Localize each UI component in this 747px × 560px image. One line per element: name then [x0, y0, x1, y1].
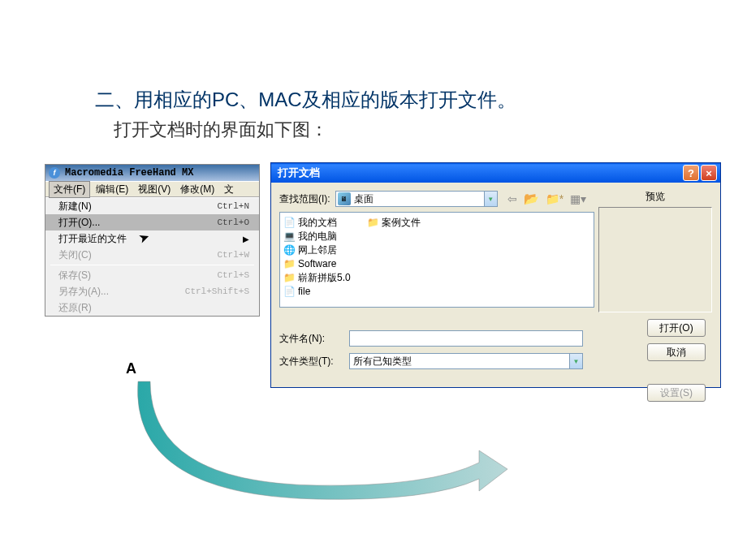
menu-shortcut: Ctrl+S	[217, 270, 249, 280]
list-item[interactable]: 📄file	[283, 285, 351, 298]
menu-item-save: 保存(S) Ctrl+S	[45, 267, 259, 283]
menu-shortcut: Ctrl+W	[217, 250, 249, 260]
menu-item-open[interactable]: 打开(O)... Ctrl+O	[45, 214, 259, 230]
filetype-select[interactable]: 所有已知类型 ▼	[349, 353, 583, 369]
menu-label: 打开(O)...	[58, 216, 100, 230]
file-list[interactable]: 📄我的文档 💻我的电脑 🌐网上邻居 📁Software 📁崭新拼版5.0 📄fi…	[279, 212, 594, 308]
arrow-a-to-b	[122, 373, 512, 511]
menu-file[interactable]: 文件(F)	[49, 181, 90, 198]
desktop-icon: 🖥	[338, 192, 351, 205]
folder-icon: 📁	[367, 217, 379, 229]
chevron-right-icon: ▶	[243, 235, 249, 243]
folder-icon: 📁	[283, 272, 296, 284]
separator	[50, 265, 254, 265]
network-icon: 🌐	[283, 244, 296, 256]
menu-text[interactable]: 文	[220, 182, 238, 197]
filename-label: 文件名(N):	[279, 332, 343, 346]
file-icon: 📄	[283, 286, 296, 298]
dialog-title: 打开文档	[278, 166, 320, 180]
menu-shortcut: Ctrl+O	[217, 218, 249, 227]
menu-label: 打开最近的文件	[58, 232, 127, 246]
app-title: Macromedia FreeHand MX	[65, 167, 193, 179]
close-button[interactable]: ×	[701, 165, 717, 181]
menubar: 文件(F) 编辑(E) 视图(V) 修改(M) 文	[45, 181, 259, 197]
settings-button: 设置(S)	[647, 384, 706, 402]
nav-toolbar: ⇦ 📂 📁* ▦▾	[507, 192, 586, 206]
list-item[interactable]: 📁崭新拼版5.0	[283, 271, 351, 284]
new-folder-icon[interactable]: 📁*	[546, 192, 563, 205]
menu-label: 还原(R)	[58, 301, 92, 315]
chevron-down-icon[interactable]: ▼	[569, 354, 582, 368]
folder-icon: 📁	[283, 258, 296, 270]
menu-shortcut: Ctrl+Shift+S	[185, 286, 249, 296]
slide-subtitle: 打开文档时的界面如下图：	[114, 118, 328, 142]
menu-item-revert: 还原(R)	[45, 299, 259, 316]
slide-title: 二、用相应的PC、MAC及相应的版本打开文件。	[95, 87, 516, 113]
lookin-value: 桌面	[354, 192, 374, 206]
app-window-freehand: f Macromedia FreeHand MX 文件(F) 编辑(E) 视图(…	[45, 164, 260, 317]
menu-label: 另存为(A)...	[58, 285, 109, 299]
view-menu-icon[interactable]: ▦▾	[570, 192, 586, 205]
open-dialog: 打开文档 ? × 查找范围(I): 🖥 桌面 ▼ ⇦ 📂 📁* ▦▾ 预览	[270, 162, 721, 388]
menu-modify[interactable]: 修改(M)	[176, 182, 218, 197]
list-item[interactable]: 📁Software	[283, 257, 351, 270]
mydocs-icon: 📄	[283, 217, 296, 229]
list-item[interactable]: 📄我的文档	[283, 216, 351, 229]
up-folder-icon[interactable]: 📂	[524, 192, 539, 206]
lookin-select[interactable]: 🖥 桌面 ▼	[335, 191, 498, 207]
mycomputer-icon: 💻	[283, 230, 296, 243]
open-button[interactable]: 打开(O)	[647, 319, 706, 337]
app-titlebar: f Macromedia FreeHand MX	[45, 165, 259, 181]
filename-input[interactable]	[349, 330, 583, 347]
menu-label: 关闭(C)	[58, 248, 92, 262]
filetype-label: 文件类型(T):	[279, 355, 343, 368]
list-item[interactable]: 💻我的电脑	[283, 230, 351, 243]
menu-label: 保存(S)	[58, 269, 91, 282]
preview-box	[598, 207, 712, 312]
filetype-value: 所有已知类型	[353, 355, 412, 368]
menu-edit[interactable]: 编辑(E)	[92, 182, 132, 197]
menu-shortcut: Ctrl+N	[217, 201, 249, 211]
app-icon: f	[49, 167, 60, 179]
back-icon[interactable]: ⇦	[507, 192, 517, 205]
list-item[interactable]: 🌐网上邻居	[283, 243, 351, 256]
list-item[interactable]: 📁案例文件	[367, 216, 421, 229]
file-dropdown: 新建(N) Ctrl+N 打开(O)... Ctrl+O 打开最近的文件 ▶ 关…	[45, 197, 259, 316]
preview-label: 预览	[598, 190, 712, 204]
menu-view[interactable]: 视图(V)	[134, 182, 175, 197]
menu-label: 新建(N)	[58, 200, 92, 213]
chevron-down-icon[interactable]: ▼	[484, 192, 497, 206]
lookin-label: 查找范围(I):	[279, 192, 330, 206]
menu-item-saveas: 另存为(A)... Ctrl+Shift+S	[45, 283, 259, 299]
menu-item-recent[interactable]: 打开最近的文件 ▶	[45, 230, 259, 247]
dialog-titlebar: 打开文档 ? ×	[271, 163, 720, 183]
help-button[interactable]: ?	[683, 165, 699, 181]
menu-item-close: 关闭(C) Ctrl+W	[45, 247, 259, 263]
cancel-button[interactable]: 取消	[647, 343, 706, 361]
menu-item-new[interactable]: 新建(N) Ctrl+N	[45, 198, 259, 214]
